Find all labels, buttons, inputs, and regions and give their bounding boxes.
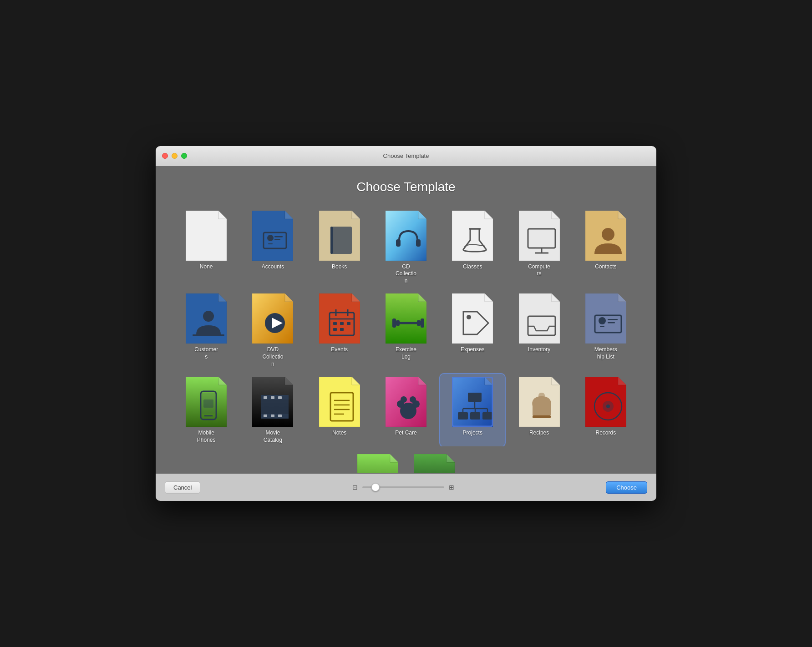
svg-point-35 [599,317,606,324]
svg-point-32 [467,315,471,319]
svg-rect-38 [608,322,615,324]
svg-rect-4 [274,239,280,240]
choose-button[interactable]: Choose [606,481,647,494]
svg-rect-5 [331,227,352,254]
svg-rect-15 [193,334,224,336]
template-label-computers: Computers [528,263,550,278]
template-icon-inventory [519,293,560,344]
template-icon-contacts [585,211,626,261]
minimize-button[interactable] [172,153,178,159]
template-label-membership-list: Membership List [594,346,617,360]
size-slider-container: ⊡ ⊞ [352,484,454,491]
template-icon-classes [452,211,493,261]
svg-rect-3 [274,236,283,238]
svg-rect-48 [278,396,282,399]
svg-rect-72 [533,415,551,418]
svg-rect-50 [271,414,274,417]
template-item-customers[interactable]: Customers [174,291,239,370]
template-label-exercise-log: ExerciseLog [396,346,416,360]
svg-rect-23 [340,322,344,325]
template-label-expenses: Expenses [461,346,485,354]
template-item-membership-list[interactable]: Membership List [573,291,638,370]
svg-rect-6 [330,227,333,254]
template-icon-movie-catalog [252,377,293,427]
template-icon-events [319,293,360,344]
template-icon-customers [186,293,227,344]
templates-grid: None Accounts Books [174,208,638,447]
svg-rect-22 [333,322,337,325]
template-label-accounts: Accounts [262,263,284,271]
small-icon: ⊡ [352,484,358,491]
svg-rect-30 [421,318,424,328]
svg-rect-62 [468,393,482,402]
template-item-none[interactable]: None [174,208,239,288]
template-label-inventory: Inventory [528,346,550,354]
svg-rect-8 [416,239,421,247]
template-item-exercise-log[interactable]: ExerciseLog [374,291,438,370]
template-label-cd-collection: CDCollection [396,263,416,285]
template-label-movie-catalog: MovieCatalog [264,430,282,444]
template-label-notes: Notes [332,430,346,437]
template-item-accounts[interactable]: Accounts [240,208,305,288]
large-icon: ⊞ [449,484,454,491]
svg-point-60 [401,396,407,403]
template-icon-accounts [252,211,293,261]
template-icon-expenses [452,293,493,344]
template-item-classes[interactable]: Classes [440,208,505,288]
template-item-mobile-phones[interactable]: MobilePhones [174,374,239,446]
partial-icon [357,454,398,473]
template-item-contacts[interactable]: Contacts [573,208,638,288]
content-area: Choose Template None Accounts [156,166,656,474]
svg-rect-37 [608,319,618,320]
svg-rect-31 [417,320,421,326]
template-item-movie-catalog[interactable]: MovieCatalog [240,374,305,446]
close-button[interactable] [162,153,168,159]
cancel-button[interactable]: Cancel [165,481,200,494]
slider-thumb[interactable] [371,483,380,491]
template-item-computers[interactable]: Computers [507,208,571,288]
template-label-dvd-collection: DVDCollection [262,346,283,368]
template-item-recipes[interactable]: Recipes [507,374,571,446]
page-title: Choose Template [174,180,638,194]
template-item-records[interactable]: Records [573,374,638,446]
template-icon-dvd-collection [252,293,293,344]
template-label-contacts: Contacts [595,263,616,271]
template-icon-computers [519,211,560,261]
traffic-lights [162,153,187,159]
maximize-button[interactable] [181,153,187,159]
template-item-inventory[interactable]: Inventory [507,291,571,370]
template-item-pet-care[interactable]: Pet Care [374,374,438,446]
template-item-notes[interactable]: Notes [307,374,372,446]
svg-rect-24 [347,322,350,325]
window-title: Choose Template [383,152,429,159]
svg-point-61 [410,396,416,403]
template-item-events[interactable]: Events [307,291,372,370]
template-item-books[interactable]: Books [307,208,372,288]
titlebar: Choose Template [156,146,656,166]
template-label-pet-care: Pet Care [395,430,416,437]
template-icon-records [585,377,626,427]
template-item-cd-collection[interactable]: CDCollection [374,208,438,288]
size-slider[interactable] [362,486,444,488]
template-item-partial2[interactable] [407,451,462,474]
template-item-dvd-collection[interactable]: DVDCollection [240,291,305,370]
svg-rect-29 [396,320,400,326]
template-label-books: Books [332,263,347,271]
template-item-partial1[interactable] [350,451,405,474]
template-label-records: Records [596,430,616,437]
svg-rect-63 [458,412,468,420]
svg-rect-2 [268,243,273,244]
template-item-expenses[interactable]: Expenses [440,291,505,370]
svg-rect-25 [333,328,337,331]
template-icon-pet-care [386,377,426,427]
template-label-mobile-phones: MobilePhones [197,430,216,444]
svg-rect-28 [392,318,396,328]
template-icon-cd-collection [386,211,426,261]
template-item-projects[interactable]: Projects [440,374,505,446]
template-label-recipes: Recipes [529,430,549,437]
svg-point-75 [606,404,610,408]
svg-rect-42 [203,399,213,408]
template-icon-none [186,211,227,261]
template-icon-exercise-log [386,293,426,344]
svg-rect-51 [278,414,282,417]
